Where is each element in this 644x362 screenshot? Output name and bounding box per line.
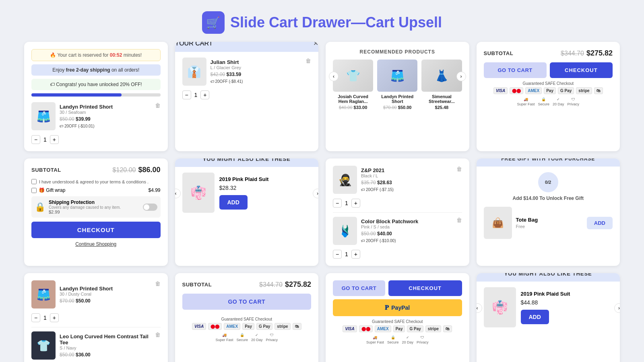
product-image-1: 🩳	[31, 280, 56, 309]
cart-header: YOUR CART ✕	[175, 42, 319, 52]
delete-icon-1[interactable]: 🗑	[155, 280, 161, 287]
subtotal-price-wrap: $344.70 $275.82	[561, 49, 613, 58]
trust-badges: 🚚Super Fast 🔒Secure ✓20 Day 🛡Privacy	[182, 333, 312, 342]
delete-icon-2[interactable]: 🗑	[155, 331, 161, 338]
carousel-next-btn[interactable]: ›	[313, 189, 318, 198]
card-upsell-1: YOU MIGHT ALSO LIKE THESE ‹ 👘 2019 Pink …	[175, 158, 319, 266]
safe-checkout-label: Guaranteed SAFE Checkout	[182, 317, 312, 321]
upsell-product-info: 2019 Pink Plaid Suit $44.88 ADD	[521, 291, 613, 324]
add-product-btn[interactable]: ADD	[219, 195, 248, 210]
continue-shopping-link[interactable]: Continue Shopping	[31, 241, 161, 247]
go-to-cart-btn[interactable]: GO TO CART	[182, 294, 312, 310]
product-name-2: Color Block Patchwork	[361, 218, 452, 224]
gift-name: Tote Bag	[516, 217, 583, 223]
qty-value: 1	[194, 92, 198, 98]
close-icon[interactable]: ✕	[313, 42, 318, 47]
terms-checkbox[interactable]	[31, 179, 37, 184]
gift-progress: 0/2 Add $14.00 To Unlock Free Gift	[484, 172, 613, 201]
trust-fast: 🚚Super Fast	[215, 333, 233, 342]
product-image-2: 🩱	[333, 217, 357, 245]
qty-value-2: 1	[345, 251, 348, 257]
checkout-buttons: GO TO CART CHECKOUT	[484, 62, 613, 78]
amex-icon: AMEX	[375, 325, 391, 332]
qty-increase-btn[interactable]: +	[200, 90, 209, 99]
timer-value: 00:52	[110, 52, 122, 58]
qty-decrease-btn-1[interactable]: −	[31, 313, 40, 322]
rec-products: ‹ 👕 Josiah Curved Hem Raglan... $40.00 $…	[333, 60, 462, 110]
carousel-prev-btn[interactable]: ‹	[175, 189, 181, 198]
qty-decrease-btn[interactable]: −	[182, 90, 191, 99]
trust-secure: 🔒Secure	[538, 97, 549, 106]
go-to-cart-btn[interactable]: GO TO CART	[484, 62, 547, 78]
checkout-btn[interactable]: CHECKOUT	[550, 62, 613, 78]
go-to-cart-btn[interactable]: GO TO CART	[333, 280, 385, 296]
qty-increase-btn-1[interactable]: +	[351, 199, 360, 208]
delete-icon-2[interactable]: 🗑	[456, 217, 462, 223]
carousel-prev-btn[interactable]: ‹	[329, 72, 339, 81]
stripe-icon: stripe	[275, 323, 290, 330]
gift-wrap-checkbox[interactable]	[31, 188, 37, 193]
free-gift-content: 0/2 Add $14.00 To Unlock Free Gift 👜 Tot…	[477, 172, 620, 246]
product-variant: L / Glacier Grey	[211, 65, 302, 70]
delete-icon-1[interactable]: 🗑	[456, 166, 462, 172]
gift-product-info: Tote Bag Free	[516, 217, 583, 229]
cart-icon: 🛒	[206, 16, 220, 29]
paypal-label: PayPal	[391, 304, 410, 311]
card-timer-product: 🔥 Your cart is reserved for 00:52 minute…	[24, 42, 168, 151]
subtotal-original: $344.70	[561, 50, 584, 57]
trust-guarantee: ✓20 Day	[402, 335, 414, 344]
product-name-2: Leo Long Curved Hem Contrast Tail Tee	[60, 333, 151, 346]
product-name: Julian Shirt	[211, 59, 302, 65]
visa-icon: VISA	[493, 87, 508, 94]
product-variant: 30 / Seafoam	[60, 110, 151, 115]
shipping-prot-toggle[interactable]	[143, 204, 157, 211]
qty-increase-btn-2[interactable]: +	[351, 250, 360, 259]
payment-icons: VISA ⬤⬤ AMEX Pay G Pay stripe 🛍	[333, 325, 462, 332]
card-free-gift: FREE GIFT WITH YOUR PURCHASE 0/2 Add $14…	[477, 158, 620, 266]
gift-price: Free	[516, 224, 583, 229]
quantity-control-2: − 1 +	[333, 250, 462, 259]
rec-product-image-3: 👗	[421, 60, 462, 92]
product-price: $50.00 $39.99	[60, 116, 151, 122]
trust-badges: 🚚Super Fast 🔒Secure ✓20 Day 🛡Privacy	[333, 335, 462, 344]
safe-checkout-label: Guaranteed SAFE Checkout	[333, 319, 462, 324]
carousel-next-btn[interactable]: ›	[456, 72, 466, 81]
stripe-icon: stripe	[425, 325, 441, 332]
qty-increase-btn[interactable]: +	[50, 135, 59, 144]
rec-product-name-1: Josiah Curved Hem Raglan...	[333, 94, 373, 104]
shopify-icon: 🛍	[594, 87, 603, 94]
shopify-icon: 🛍	[443, 325, 452, 332]
paypal-btn[interactable]: 𝐏 PayPal	[333, 299, 462, 316]
card-subtotal-terms: SUBTOTAL $120.00 $86.00 I have understoo…	[24, 158, 168, 266]
qty-decrease-btn-1[interactable]: −	[333, 199, 342, 208]
qty-value: 1	[43, 136, 47, 143]
carousel-prev-btn[interactable]: ‹	[477, 303, 482, 313]
subtotal-label: SUBTOTAL	[182, 282, 212, 288]
carousel-next-btn[interactable]: ›	[614, 303, 620, 313]
terms-row: I have understood & agreed to your terms…	[31, 179, 161, 184]
checkout-btn[interactable]: CHECKOUT	[388, 280, 462, 296]
qty-decrease-btn[interactable]: −	[31, 135, 40, 144]
upsell-product-info: 2019 Pink Plaid Suit $28.32 ADD	[219, 176, 312, 210]
gift-wrap-row: 🎁 Gift wrap $4.99	[31, 187, 161, 193]
checkout-btn[interactable]: CHECKOUT	[31, 222, 161, 238]
qty-decrease-btn-2[interactable]: −	[333, 250, 342, 259]
subtotal-price: $275.82	[586, 49, 613, 58]
subtotal-original: $344.70	[259, 281, 283, 288]
delete-icon[interactable]: 🗑	[305, 58, 311, 64]
add-product-btn[interactable]: ADD	[521, 310, 549, 324]
product-row: 👔 Julian Shirt L / Glacier Grey $42.00 $…	[182, 58, 312, 86]
qty-increase-btn-1[interactable]: +	[50, 313, 59, 322]
quantity-control: − 1 +	[31, 135, 161, 144]
product-image-2: 👕	[31, 331, 56, 360]
delete-icon[interactable]: 🗑	[155, 102, 161, 109]
trust-fast: 🚚Super Fast	[366, 335, 384, 344]
subtotal-original: $120.00	[113, 167, 136, 174]
apple-pay-icon: Pay	[544, 87, 556, 94]
product-image: 👔	[182, 58, 206, 86]
shipping-prot-icon: 🔒	[35, 202, 45, 212]
discount-tag: 20OFF (-$10.01)	[60, 124, 94, 128]
add-gift-btn[interactable]: ADD	[587, 217, 613, 229]
free-gift-header: FREE GIFT WITH YOUR PURCHASE	[477, 158, 620, 167]
product-price-2: $50.00 $40.00	[361, 231, 452, 237]
